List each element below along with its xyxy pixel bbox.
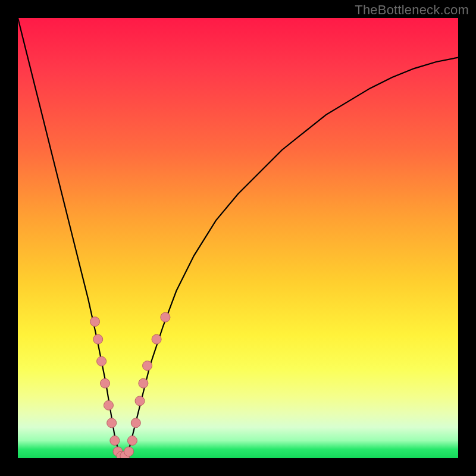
sample-marker [97, 356, 107, 366]
sample-marker [104, 400, 113, 410]
sample-marker [124, 447, 133, 456]
sample-marker [93, 334, 103, 344]
sample-marker [152, 334, 161, 344]
sample-marker [127, 436, 137, 445]
sample-marker [131, 418, 140, 428]
sample-marker [90, 317, 100, 327]
sample-marker [139, 378, 148, 388]
watermark-text: TheBottleneck.com [355, 2, 469, 18]
sample-marker [110, 436, 120, 445]
chart-overlay [18, 18, 458, 458]
sample-marker [101, 378, 110, 388]
sample-marker [135, 396, 145, 406]
sample-marker [161, 312, 170, 322]
bottleneck-curve [18, 18, 458, 458]
chart-stage: TheBottleneck.com [0, 0, 476, 476]
sample-markers [90, 312, 170, 458]
sample-marker [107, 418, 117, 428]
plot-area [18, 18, 458, 458]
sample-marker [143, 361, 152, 371]
